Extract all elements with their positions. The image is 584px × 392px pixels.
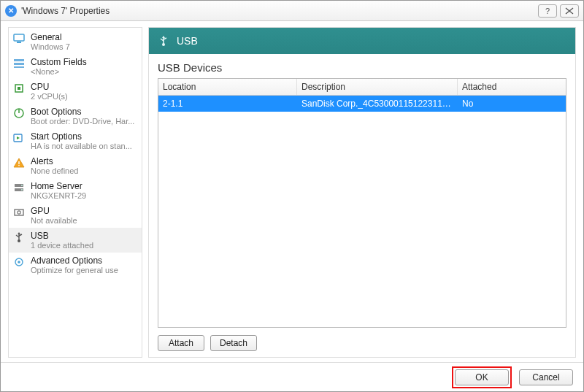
power-icon bbox=[13, 107, 25, 119]
properties-window: ✕ 'Windows 7' Properties ? General Windo… bbox=[0, 0, 584, 392]
table-header: Location Description Attached bbox=[158, 79, 566, 96]
column-location[interactable]: Location bbox=[158, 79, 297, 95]
panel-header: USB bbox=[149, 28, 575, 54]
dialog-body: General Windows 7 Custom Fields <None> bbox=[1, 21, 583, 362]
sidebar-item-start-options[interactable]: Start Options HA is not available on sta… bbox=[9, 128, 142, 153]
svg-rect-13 bbox=[18, 165, 19, 166]
sidebar-item-sub: None defined bbox=[31, 166, 136, 175]
usb-header-icon bbox=[158, 35, 169, 47]
fields-icon bbox=[13, 58, 25, 69]
column-description[interactable]: Description bbox=[297, 79, 458, 95]
section-title: USB Devices bbox=[158, 61, 566, 74]
ok-highlight-box: OK bbox=[452, 366, 512, 388]
svg-point-26 bbox=[18, 261, 20, 264]
sidebar-item-boot-options[interactable]: Boot Options Boot order: DVD-Drive, Har.… bbox=[9, 104, 142, 128]
sidebar-item-label: Boot Options bbox=[31, 107, 136, 117]
svg-rect-2 bbox=[14, 59, 24, 61]
sidebar-item-label: Start Options bbox=[31, 131, 136, 142]
sidebar-item-sub: NKGXENRT-29 bbox=[31, 191, 136, 200]
cpu-icon bbox=[13, 82, 25, 94]
sidebar-item-gpu[interactable]: GPU Not available bbox=[9, 203, 142, 228]
cell-location: 2-1.1 bbox=[158, 96, 297, 112]
sidebar-item-general[interactable]: General Windows 7 bbox=[9, 29, 142, 54]
gpu-icon bbox=[13, 207, 25, 218]
svg-rect-4 bbox=[14, 66, 24, 68]
sidebar-item-label: Advanced Options bbox=[31, 255, 136, 266]
svg-marker-10 bbox=[17, 137, 20, 139]
sidebar-item-custom-fields[interactable]: Custom Fields <None> bbox=[9, 54, 142, 79]
sidebar-item-sub: Windows 7 bbox=[31, 42, 136, 51]
sidebar-item-sub: Optimize for general use bbox=[31, 266, 136, 274]
sidebar-item-label: CPU bbox=[31, 82, 136, 92]
sidebar-item-sub: Not available bbox=[31, 216, 136, 225]
window-title: 'Windows 7' Properties bbox=[21, 6, 535, 16]
sidebar-item-sub: Boot order: DVD-Drive, Har... bbox=[31, 117, 136, 126]
svg-point-19 bbox=[18, 211, 20, 214]
sidebar-item-usb[interactable]: USB 1 device attached bbox=[9, 228, 142, 253]
sidebar-item-sub: 2 vCPU(s) bbox=[31, 92, 136, 101]
table-actions: Attach Detach bbox=[158, 335, 566, 351]
server-icon bbox=[13, 182, 25, 193]
cell-attached: No bbox=[458, 96, 566, 112]
sidebar-item-advanced[interactable]: Advanced Options Optimize for general us… bbox=[9, 253, 142, 277]
sidebar-item-label: Alerts bbox=[31, 156, 136, 166]
sidebar-item-label: Custom Fields bbox=[31, 57, 136, 67]
sidebar-item-home-server[interactable]: Home Server NKGXENRT-29 bbox=[9, 178, 142, 203]
ok-button[interactable]: OK bbox=[455, 369, 509, 385]
panel-body: USB Devices Location Description Attache… bbox=[149, 54, 575, 357]
detach-button[interactable]: Detach bbox=[210, 335, 257, 351]
sidebar-item-label: General bbox=[31, 32, 136, 42]
svg-point-17 bbox=[21, 189, 23, 191]
monitor-icon bbox=[13, 33, 25, 45]
sidebar-item-sub: 1 device attached bbox=[31, 241, 136, 250]
column-attached[interactable]: Attached bbox=[458, 79, 566, 95]
cell-description: SanDisk Corp._4C530001151223117134 bbox=[297, 96, 458, 112]
sidebar-item-sub: HA is not available on stan... bbox=[31, 142, 136, 150]
svg-rect-3 bbox=[14, 63, 24, 65]
sidebar: General Windows 7 Custom Fields <None> bbox=[8, 27, 142, 358]
svg-rect-0 bbox=[14, 34, 24, 41]
sidebar-item-label: Home Server bbox=[31, 181, 136, 191]
attach-button[interactable]: Attach bbox=[158, 335, 204, 351]
usb-icon bbox=[13, 231, 25, 243]
cancel-button[interactable]: Cancel bbox=[519, 369, 573, 385]
svg-rect-6 bbox=[18, 87, 20, 90]
sidebar-item-label: USB bbox=[31, 231, 136, 241]
alert-icon bbox=[13, 157, 25, 169]
titlebar: ✕ 'Windows 7' Properties ? bbox=[1, 1, 583, 21]
sidebar-item-sub: <None> bbox=[31, 67, 136, 76]
sidebar-item-alerts[interactable]: Alerts None defined bbox=[9, 153, 142, 178]
table-row[interactable]: 2-1.1 SanDisk Corp._4C530001151223117134… bbox=[158, 96, 566, 112]
help-button[interactable]: ? bbox=[538, 4, 557, 18]
gear-icon bbox=[13, 256, 25, 268]
play-icon bbox=[13, 132, 25, 144]
svg-rect-1 bbox=[17, 42, 21, 43]
svg-rect-12 bbox=[18, 161, 19, 164]
app-icon: ✕ bbox=[5, 5, 17, 17]
panel-header-title: USB bbox=[177, 35, 198, 47]
close-button[interactable] bbox=[560, 4, 579, 18]
svg-marker-31 bbox=[162, 36, 165, 38]
usb-devices-table: Location Description Attached 2-1.1 SanD… bbox=[158, 78, 566, 328]
svg-point-16 bbox=[21, 185, 23, 186]
table-body: 2-1.1 SanDisk Corp._4C530001151223117134… bbox=[158, 96, 566, 327]
sidebar-item-cpu[interactable]: CPU 2 vCPU(s) bbox=[9, 79, 142, 104]
main-panel: USB USB Devices Location Description Att… bbox=[148, 27, 576, 358]
svg-marker-24 bbox=[18, 232, 20, 234]
dialog-footer: OK Cancel bbox=[1, 362, 583, 391]
sidebar-item-label: GPU bbox=[31, 206, 136, 216]
